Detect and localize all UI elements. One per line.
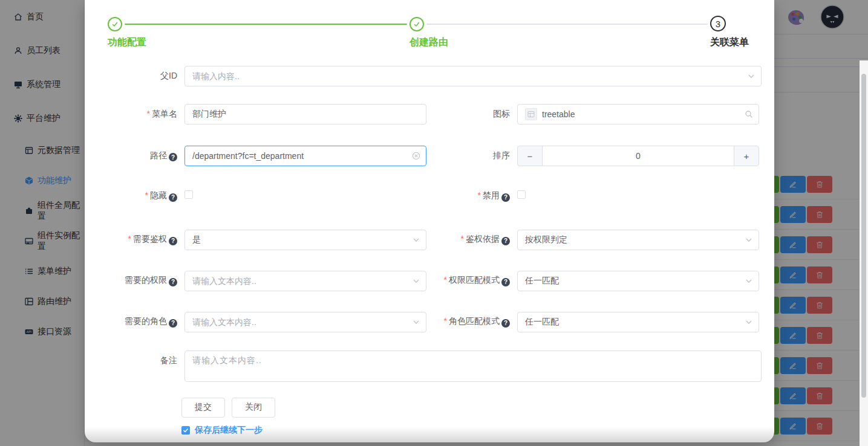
help-icon[interactable]: ? <box>169 278 177 286</box>
icon-preview <box>525 108 537 120</box>
chevron-down-icon <box>412 277 420 285</box>
help-icon[interactable]: ? <box>169 193 177 202</box>
auth-basis-value[interactable] <box>525 235 740 245</box>
required-mark: * <box>478 190 481 200</box>
help-icon[interactable]: ? <box>501 193 510 202</box>
app-root: 首页 员工列表 系统管理 平台维护 元数据管理 功能维护 <box>0 0 868 446</box>
plus-button[interactable]: + <box>734 146 759 166</box>
help-icon[interactable]: ? <box>169 153 177 161</box>
clear-icon[interactable] <box>412 152 420 160</box>
parent-id-input[interactable] <box>192 71 743 81</box>
permission-match-mode-label: *权限匹配模式? <box>426 275 517 286</box>
form-row-hidden-disabled: *隐藏? *禁用? <box>85 190 774 202</box>
disabled-checkbox[interactable] <box>517 190 526 199</box>
icon-field[interactable] <box>517 104 759 124</box>
role-match-mode-value[interactable] <box>525 317 740 327</box>
required-roles-label: 需要的角色? <box>85 316 184 328</box>
path-field[interactable] <box>184 146 426 166</box>
step-1-check-icon <box>108 17 122 31</box>
required-roles-input[interactable] <box>192 317 408 327</box>
required-permissions-label: 需要的权限? <box>85 275 184 286</box>
required-mark: * <box>147 109 150 118</box>
form-row-auth: *需要鉴权? *鉴权依据? <box>85 230 774 250</box>
close-button[interactable]: 关闭 <box>232 398 275 418</box>
step-3-number: 3 <box>710 16 726 31</box>
form-row-parent-id: 父ID <box>85 66 774 86</box>
required-mark: * <box>444 275 447 285</box>
hidden-label: *隐藏? <box>85 190 184 202</box>
form-row-menu-name-icon: *菜单名 图标 <box>85 104 774 124</box>
need-auth-label: *需要鉴权? <box>85 234 184 245</box>
step-2-label: 创建路由 <box>410 36 448 49</box>
auth-basis-label: *鉴权依据? <box>426 234 517 245</box>
chevron-down-icon <box>745 277 753 285</box>
step-connector-pending <box>426 24 708 25</box>
required-permissions-select[interactable] <box>184 271 426 291</box>
dialog-actions: 提交 关闭 <box>181 398 774 418</box>
chevron-down-icon <box>745 236 753 244</box>
disabled-label: *禁用? <box>426 190 517 202</box>
step-indicator: 3 功能配置 创建路由 关联菜单 <box>85 0 774 52</box>
dialog-scrollbar-track[interactable] <box>860 60 868 446</box>
continue-next-step-row: 保存后继续下一步 <box>181 425 774 436</box>
menu-name-label: *菜单名 <box>85 109 184 120</box>
path-label: 路径? <box>85 150 184 162</box>
step-2-check-icon <box>410 17 424 31</box>
need-auth-value[interactable] <box>192 235 408 245</box>
parent-id-label: 父ID <box>85 71 184 82</box>
permission-match-mode-value[interactable] <box>525 276 740 286</box>
remark-textarea[interactable] <box>184 351 762 382</box>
icon-input[interactable] <box>542 109 740 119</box>
help-icon[interactable]: ? <box>169 319 177 328</box>
form-row-path-sort: 路径? 排序 − 0 + <box>85 146 774 166</box>
parent-id-select[interactable] <box>184 66 762 86</box>
sort-label: 排序 <box>426 150 517 161</box>
sort-value[interactable]: 0 <box>542 146 734 166</box>
role-match-mode-label: *角色匹配模式? <box>426 316 517 328</box>
form-row-remark: 备注 <box>85 351 774 382</box>
step-connector-done <box>125 24 407 25</box>
chevron-down-icon <box>412 318 420 326</box>
permission-match-mode-select[interactable] <box>517 271 759 291</box>
remark-label: 备注 <box>85 351 184 366</box>
required-roles-select[interactable] <box>184 312 426 332</box>
menu-name-input[interactable] <box>192 109 419 119</box>
help-icon[interactable]: ? <box>501 237 510 245</box>
chevron-down-icon <box>745 318 753 326</box>
required-mark: * <box>145 190 148 200</box>
step-3-label: 关联菜单 <box>710 36 749 49</box>
hidden-checkbox[interactable] <box>184 190 193 199</box>
search-icon[interactable] <box>745 110 753 118</box>
role-match-mode-select[interactable] <box>517 312 759 332</box>
chevron-down-icon <box>412 236 420 244</box>
dialog-scrollbar-thumb[interactable] <box>861 74 866 398</box>
help-icon[interactable]: ? <box>501 278 510 286</box>
required-mark: * <box>461 234 464 244</box>
step-1-label: 功能配置 <box>108 36 146 49</box>
submit-button[interactable]: 提交 <box>181 398 225 418</box>
required-mark: * <box>444 316 447 326</box>
icon-label: 图标 <box>426 109 517 120</box>
need-auth-select[interactable] <box>184 230 426 250</box>
auth-basis-select[interactable] <box>517 230 759 250</box>
minus-button[interactable]: − <box>518 146 542 166</box>
help-icon[interactable]: ? <box>169 237 177 245</box>
continue-checkbox-label[interactable]: 保存后继续下一步 <box>195 425 263 436</box>
required-mark: * <box>128 234 131 244</box>
form-row-roles: 需要的角色? *角色匹配模式? <box>85 312 774 332</box>
chevron-down-icon <box>747 72 755 80</box>
wizard-dialog: 3 功能配置 创建路由 关联菜单 父ID *菜单名 图标 <box>85 0 774 442</box>
path-input[interactable] <box>192 151 408 161</box>
help-icon[interactable]: ? <box>501 319 510 328</box>
required-permissions-input[interactable] <box>192 276 408 286</box>
continue-checkbox[interactable] <box>181 426 190 435</box>
sort-stepper: − 0 + <box>517 146 759 166</box>
menu-name-field[interactable] <box>184 104 426 124</box>
form-row-permissions: 需要的权限? *权限匹配模式? <box>85 271 774 291</box>
